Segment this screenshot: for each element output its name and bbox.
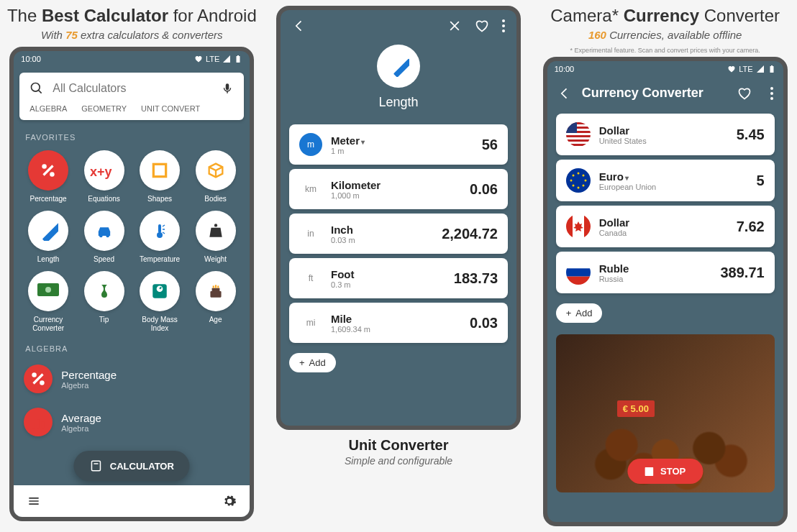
grid-item-weight[interactable]: Weight: [191, 211, 240, 264]
unit-badge: ft: [299, 267, 322, 290]
svg-rect-58: [566, 144, 591, 146]
cake-icon: [196, 271, 236, 311]
svg-rect-46: [770, 66, 773, 73]
gear-icon[interactable]: [222, 494, 237, 508]
unit-row[interactable]: inInch0.03 m2,204.72: [289, 214, 508, 254]
grid-item-cake[interactable]: Age: [191, 271, 240, 333]
svg-point-67: [572, 185, 574, 187]
more-icon[interactable]: [502, 19, 505, 33]
percent-icon: [24, 364, 53, 393]
currency-appbar: Currency Converter: [547, 77, 783, 109]
unit-hero-icon: [377, 45, 420, 88]
add-unit-button[interactable]: + Add: [289, 353, 336, 372]
phone-home: 10:00 LTE ALGEBRA GEOMETRY UNIT CONVERT …: [9, 47, 254, 521]
list-item[interactable]: PercentageAlgebra: [14, 357, 250, 400]
favorites-label: FAVORITES: [14, 126, 250, 146]
panel-home: The Best Calculator for Android With 75 …: [6, 6, 258, 526]
close-icon[interactable]: [447, 19, 462, 33]
heart-icon[interactable]: [737, 86, 752, 101]
svg-rect-10: [42, 222, 58, 241]
tab-geometry[interactable]: GEOMETRY: [81, 104, 127, 113]
stop-button[interactable]: STOP: [627, 459, 703, 484]
add-currency-button[interactable]: + Add: [556, 303, 603, 323]
algebra-label: ALGEBRA: [14, 337, 250, 357]
unit-row[interactable]: mMeter▾1 m56: [289, 124, 508, 165]
square-icon: [140, 150, 180, 191]
svg-rect-32: [92, 461, 101, 471]
grid-item-money[interactable]: Currency Converter: [24, 271, 73, 333]
grid-item-xy[interactable]: x+yEquations: [80, 150, 129, 203]
grid-item-cube[interactable]: Bodies: [191, 150, 240, 203]
therm-icon: [140, 211, 180, 251]
phone-unit: Length mMeter▾1 m56kmKilometer1,000 m0.0…: [276, 6, 521, 430]
unit-row[interactable]: ftFoot0.3 m183.73: [289, 258, 508, 298]
svg-rect-72: [584, 214, 591, 239]
grid-item-percent[interactable]: Percentage: [24, 150, 73, 203]
svg-point-44: [502, 29, 505, 32]
svg-point-15: [214, 224, 217, 226]
status-time: 10:00: [555, 65, 575, 73]
plus-icon: +: [566, 308, 572, 318]
footer-title-2: Unit Converter: [349, 437, 449, 454]
stop-icon: [645, 467, 653, 476]
svg-rect-45: [393, 58, 409, 77]
svg-rect-57: [566, 139, 591, 142]
currency-row[interactable]: DollarUnited States5.45: [556, 114, 775, 155]
svg-rect-13: [158, 224, 161, 233]
headline-1: The Best Calculator for Android: [7, 6, 257, 26]
scale-icon: [140, 271, 180, 311]
unit-row[interactable]: miMile1,609.34 m0.03: [289, 303, 508, 343]
currency-row[interactable]: RubleRussia389.71: [556, 252, 775, 293]
subline-1: With 75 extra calculators & converters: [41, 29, 222, 41]
grid-item-therm[interactable]: Temperature: [135, 211, 184, 264]
tab-unit[interactable]: UNIT CONVERT: [141, 104, 200, 113]
tab-algebra[interactable]: ALGEBRA: [29, 104, 67, 113]
grid-item-car[interactable]: Speed: [80, 211, 129, 264]
avg-icon: [24, 408, 53, 436]
more-icon[interactable]: [770, 86, 773, 101]
mic-icon[interactable]: [221, 82, 234, 95]
unit-badge: m: [299, 133, 322, 156]
svg-rect-29: [32, 423, 35, 428]
back-icon[interactable]: [557, 86, 572, 101]
currency-row[interactable]: DollarCanada7.62: [556, 206, 775, 247]
search-icon: [29, 81, 44, 96]
menu-icon[interactable]: [27, 494, 41, 508]
unit-title: Length: [281, 95, 516, 110]
unit-badge: km: [299, 178, 322, 201]
heart-icon: [727, 65, 736, 73]
ruler-icon: [28, 211, 68, 251]
status-bar: 10:00 LTE: [14, 51, 250, 67]
grid-item-tip[interactable]: Tip: [80, 271, 129, 333]
back-icon[interactable]: [292, 19, 306, 33]
svg-point-42: [502, 19, 505, 22]
heart-icon[interactable]: [475, 19, 489, 33]
battery-icon: [768, 65, 776, 73]
svg-rect-22: [211, 288, 219, 291]
grid-item-square[interactable]: Shapes: [135, 150, 184, 203]
footer-sub-2: Simple and configurable: [345, 455, 452, 467]
calculator-fab[interactable]: CALCULATOR: [74, 451, 190, 481]
unit-badge: in: [299, 222, 322, 245]
svg-point-62: [577, 187, 579, 189]
currency-row[interactable]: Euro▾European Union5: [556, 160, 775, 201]
unit-row[interactable]: kmKilometer1,000 m0.06: [289, 169, 508, 209]
status-lte: LTE: [739, 65, 752, 73]
panel-unit-converter: Length mMeter▾1 m56kmKilometer1,000 m0.0…: [273, 6, 525, 526]
car-icon: [84, 211, 124, 251]
search-tabs: ALGEBRA GEOMETRY UNIT CONVERT: [19, 104, 244, 120]
currency-list: DollarUnited States5.45Euro▾European Uni…: [547, 109, 783, 298]
list-item[interactable]: AverageAlgebra: [14, 400, 250, 444]
xy-icon: x+y: [84, 150, 124, 191]
unit-topbar: [281, 10, 516, 42]
appbar-title: Currency Converter: [582, 86, 727, 101]
svg-point-60: [566, 168, 591, 193]
search-input[interactable]: [53, 82, 212, 95]
svg-rect-31: [42, 421, 45, 428]
grid-item-scale[interactable]: Body Mass Index: [135, 271, 184, 333]
svg-point-63: [570, 180, 572, 182]
grid-item-ruler[interactable]: Length: [24, 211, 73, 264]
detected-price-tag: € 5.00: [617, 400, 655, 417]
headline-3: Camera* Currency Converter: [550, 6, 780, 26]
svg-point-48: [770, 87, 773, 90]
